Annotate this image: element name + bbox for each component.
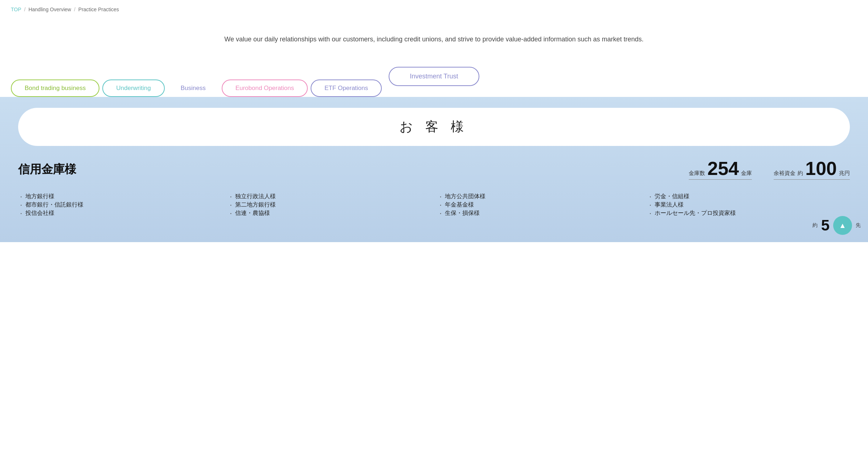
main-tab-row: Bond trading business Underwriting Busin…: [0, 79, 868, 97]
list-item: ・ 生保・損保様: [438, 209, 640, 218]
stat-yoyu: 余裕資金 約 100 兆円: [774, 159, 850, 180]
bullet-icon: ・: [647, 202, 653, 209]
list-item: ・ 地方公共団体様: [438, 193, 640, 201]
stat-yoyu-prefix: 余裕資金: [774, 170, 795, 177]
breadcrumb-practice: Practice Practices: [78, 7, 119, 12]
breadcrumb-top-link[interactable]: TOP: [11, 7, 21, 12]
bullet-icon: ・: [647, 193, 653, 201]
scroll-top-button[interactable]: ▲: [833, 216, 852, 235]
tab-etf[interactable]: ETF Operations: [311, 79, 382, 97]
bullet-icon: ・: [18, 210, 24, 218]
breadcrumb: TOP / Handling Overview / Practice Pract…: [0, 0, 868, 19]
client-label: 地方公共団体様: [445, 193, 486, 200]
shinkin-stats: 金庫数 254 金庫 余裕資金 約 100 兆円: [689, 159, 850, 180]
client-label: ホールセール先・プロ投資家様: [655, 209, 736, 217]
list-item: ・ 第二地方銀行様: [228, 201, 430, 209]
tab-business[interactable]: Business: [168, 80, 219, 96]
tabs-container: Investment Trust Bond trading business U…: [0, 67, 868, 242]
clients-col-1: ・ 独立行政法人様 ・ 第二地方銀行様 ・ 信連・農協様: [228, 193, 430, 218]
breadcrumb-sep1: /: [24, 7, 26, 12]
list-item: ・ 年金基金様: [438, 201, 640, 209]
client-label: 労金・信組様: [655, 193, 689, 200]
list-item: ・ 地方銀行様: [18, 193, 221, 201]
client-label: 都市銀行・信託銀行様: [25, 201, 83, 209]
stat-yoyu-unit: 兆円: [839, 170, 850, 177]
client-label: 地方銀行様: [25, 193, 54, 200]
bullet-icon: ・: [438, 193, 443, 201]
shinkin-label: 信用金庫様: [18, 162, 76, 178]
client-label: 事業法人様: [655, 201, 684, 209]
bullet-icon: ・: [438, 202, 443, 209]
tab-underwriting[interactable]: Underwriting: [102, 79, 164, 97]
tab-bond-trading[interactable]: Bond trading business: [11, 79, 99, 97]
client-label: 信連・農協様: [235, 209, 270, 217]
stat-kurazo-number: 254: [707, 159, 739, 178]
intro-text: We value our daily relationships with ou…: [180, 19, 688, 67]
customer-box: お 客 様: [18, 108, 850, 146]
stat-kurazo: 金庫数 254 金庫: [689, 159, 752, 180]
breadcrumb-sep2: /: [74, 7, 75, 12]
clients-col-3: ・ 労金・信組様 ・ 事業法人様 ・ ホールセール先・プロ投資家様: [647, 193, 850, 218]
list-item: ・ 事業法人様: [647, 201, 850, 209]
bottom-right-section: 約 5 ▲ 先: [812, 216, 861, 235]
list-item: ・ 都市銀行・信託銀行様: [18, 201, 221, 209]
bottom-suffix-label: 先: [856, 222, 861, 229]
stat-kurazo-unit: 金庫: [741, 170, 752, 177]
bullet-icon: ・: [18, 202, 24, 209]
content-area: お 客 様 信用金庫様 金庫数 254 金庫 余裕資金 約 100 兆円: [0, 97, 868, 242]
stat-kurazo-prefix: 金庫数: [689, 170, 705, 177]
tab-eurobond[interactable]: Eurobond Operations: [222, 79, 308, 97]
client-label: 第二地方銀行様: [235, 201, 276, 209]
list-item: ・ 信連・農協様: [228, 209, 430, 218]
client-label: 年金基金様: [445, 201, 474, 209]
list-item: ・ 労金・信組様: [647, 193, 850, 201]
client-label: 投信会社様: [25, 209, 54, 217]
clients-col-0: ・ 地方銀行様 ・ 都市銀行・信託銀行様 ・ 投信会社様: [18, 193, 221, 218]
bullet-icon: ・: [18, 193, 24, 201]
client-label: 独立行政法人様: [235, 193, 276, 200]
bottom-number: 5: [821, 217, 830, 234]
breadcrumb-handling: Handling Overview: [28, 7, 71, 12]
stat-yoyu-approx: 約: [798, 170, 803, 177]
bullet-icon: ・: [647, 210, 653, 218]
bullet-icon: ・: [438, 210, 443, 218]
shinkin-section: 信用金庫様 金庫数 254 金庫 余裕資金 約 100 兆円: [18, 159, 850, 180]
list-item: ・ 独立行政法人様: [228, 193, 430, 201]
bullet-icon: ・: [228, 193, 234, 201]
client-label: 生保・損保様: [445, 209, 480, 217]
bullet-icon: ・: [228, 202, 234, 209]
bullet-icon: ・: [228, 210, 234, 218]
chevron-up-icon: ▲: [839, 221, 846, 230]
stat-yoyu-number: 100: [805, 159, 837, 178]
bottom-approx-label: 約: [812, 222, 818, 229]
clients-grid: ・ 地方銀行様 ・ 都市銀行・信託銀行様 ・ 投信会社様 ・ 独立行政法人様: [18, 193, 850, 218]
list-item: ・ 投信会社様: [18, 209, 221, 218]
customer-label: お 客 様: [400, 119, 468, 134]
clients-col-2: ・ 地方公共団体様 ・ 年金基金様 ・ 生保・損保様: [438, 193, 640, 218]
